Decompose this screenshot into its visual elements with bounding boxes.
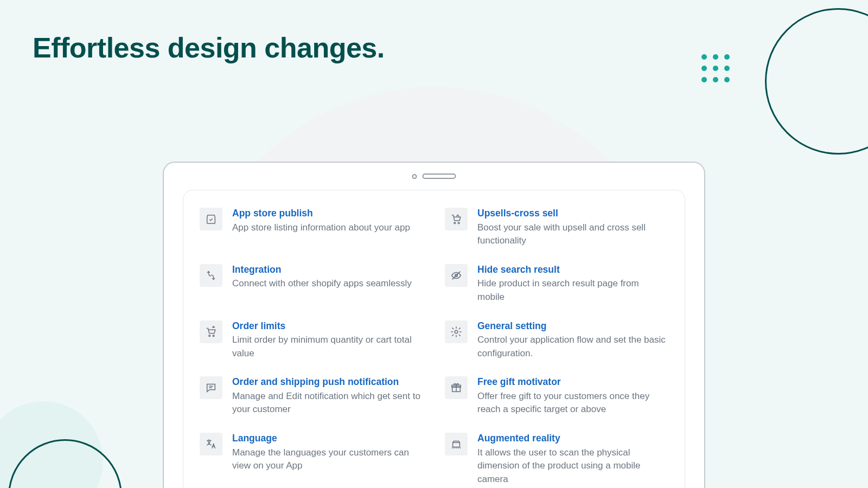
feature-free-gift-motivator[interactable]: Free gift motivator Offer free gift to y… (445, 375, 668, 416)
svg-point-1 (458, 222, 459, 224)
feature-integration[interactable]: Integration Connect with other shopify a… (200, 263, 423, 304)
feature-order-shipping-notification[interactable]: Order and shipping push notification Man… (200, 375, 423, 416)
gear-icon (445, 320, 468, 343)
feature-title: Language (232, 432, 423, 445)
settings-panel: App store publish App store listing info… (183, 190, 685, 488)
upsell-icon (445, 208, 468, 230)
feature-title: Order limits (232, 319, 423, 333)
feature-title: Order and shipping push notification (232, 375, 423, 389)
features-grid: App store publish App store listing info… (200, 207, 668, 486)
feature-desc: Limit order by minimum quantity or cart … (232, 333, 423, 360)
gift-icon (445, 376, 468, 399)
camera-icon (412, 174, 417, 179)
feature-desc: Manage the languages your customers can … (232, 446, 423, 473)
feature-title: Integration (232, 263, 412, 277)
ar-icon (445, 433, 468, 455)
svg-point-0 (454, 222, 456, 224)
feature-app-store-publish[interactable]: App store publish App store listing info… (200, 207, 423, 248)
store-icon (200, 208, 222, 230)
notification-icon (200, 376, 222, 399)
feature-desc: Boost your sale with upsell and cross se… (477, 221, 668, 248)
order-limits-icon (200, 320, 222, 343)
decorative-arc-tr (765, 8, 868, 155)
feature-title: Hide search result (477, 263, 668, 277)
feature-desc: Offer free gift to your customers once t… (477, 390, 668, 416)
feature-desc: Manage and Edit notification which get s… (232, 390, 423, 416)
tablet-frame: App store publish App store listing info… (163, 162, 705, 488)
speaker-icon (423, 174, 456, 179)
hide-icon (445, 264, 468, 287)
feature-desc: Connect with other shopify apps seamless… (232, 277, 412, 291)
feature-title: Free gift motivator (477, 375, 668, 389)
decorative-dots (701, 54, 730, 82)
feature-title: Upsells-cross sell (477, 207, 668, 220)
feature-title: App store publish (232, 207, 410, 220)
feature-title: General setting (477, 319, 668, 333)
feature-desc: App store listing information about your… (232, 221, 410, 235)
feature-upsells-cross-sell[interactable]: Upsells-cross sell Boost your sale with … (445, 207, 668, 248)
feature-order-limits[interactable]: Order limits Limit order by minimum quan… (200, 319, 423, 361)
feature-desc: Hide product in search result page from … (477, 277, 668, 304)
tablet-notch (412, 174, 456, 179)
feature-language[interactable]: Language Manage the languages your custo… (200, 432, 423, 486)
svg-point-6 (455, 330, 458, 333)
feature-hide-search-result[interactable]: Hide search result Hide product in searc… (445, 263, 668, 304)
feature-general-setting[interactable]: General setting Control your application… (445, 319, 668, 361)
integration-icon (200, 264, 222, 287)
feature-desc: Control your application flow and set th… (477, 333, 668, 360)
svg-rect-12 (453, 442, 460, 447)
feature-desc: It allows the user to scan the physical … (477, 446, 668, 486)
svg-point-5 (213, 335, 214, 337)
page-title: Effortless design changes. (33, 31, 385, 64)
svg-point-4 (209, 335, 210, 337)
feature-augmented-reality[interactable]: Augmented reality It allows the user to … (445, 432, 668, 486)
language-icon (200, 433, 222, 455)
feature-title: Augmented reality (477, 432, 668, 445)
